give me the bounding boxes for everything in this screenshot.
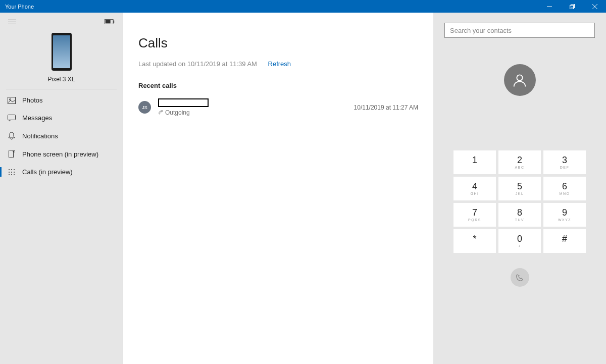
- refresh-link[interactable]: Refresh: [268, 60, 291, 68]
- call-timestamp: 10/11/2019 at 11:27 AM: [354, 104, 418, 111]
- key-3[interactable]: 3DEF: [543, 150, 586, 174]
- dialer-panel: 1 2ABC 3DEF 4GHI 5JKL 6MNO 7PQRS 8TUV 9W…: [433, 13, 606, 364]
- maximize-button[interactable]: [561, 0, 583, 13]
- svg-rect-1: [570, 5, 573, 9]
- svg-rect-6: [106, 20, 111, 24]
- person-icon: [512, 73, 527, 88]
- key-8[interactable]: 8TUV: [498, 203, 541, 227]
- svg-point-14: [14, 169, 15, 170]
- app-title: Your Phone: [5, 4, 538, 10]
- nav-label: Phone screen (in preview): [22, 150, 98, 158]
- svg-point-13: [11, 169, 12, 170]
- nav-item-phone-screen[interactable]: Phone screen (in preview): [0, 145, 123, 163]
- last-updated-row: Last updated on 10/11/2019 at 11:39 AM R…: [138, 60, 418, 68]
- key-6[interactable]: 6MNO: [543, 177, 586, 200]
- page-title: Calls: [138, 35, 418, 51]
- nav-item-photos[interactable]: Photos: [0, 91, 123, 109]
- svg-rect-2: [571, 4, 574, 8]
- phone-icon: [516, 274, 524, 282]
- nav-item-messages[interactable]: Messages: [0, 109, 123, 127]
- contact-avatar: JS: [138, 101, 151, 114]
- contact-placeholder-avatar: [504, 64, 536, 96]
- key-4[interactable]: 4GHI: [453, 177, 496, 200]
- titlebar: Your Phone: [0, 0, 606, 13]
- key-9[interactable]: 9WXYZ: [543, 203, 586, 227]
- key-7[interactable]: 7PQRS: [453, 203, 496, 227]
- notifications-icon: [7, 132, 16, 140]
- svg-point-9: [10, 98, 11, 100]
- nav-label: Photos: [22, 96, 42, 104]
- battery-icon: [105, 18, 115, 26]
- svg-point-12: [9, 169, 10, 170]
- photos-icon: [7, 97, 16, 104]
- svg-point-20: [14, 174, 15, 175]
- key-hash[interactable]: #: [543, 229, 586, 253]
- nav-label: Notifications: [22, 132, 58, 140]
- key-1[interactable]: 1: [453, 150, 496, 174]
- nav-list: Photos Messages Notifications Phone scre…: [0, 91, 123, 181]
- nav-item-notifications[interactable]: Notifications: [0, 127, 123, 145]
- divider: [6, 89, 117, 89]
- outgoing-call-icon: [158, 110, 163, 115]
- main-content: Calls Last updated on 10/11/2019 at 11:3…: [123, 13, 433, 364]
- svg-rect-10: [8, 115, 16, 120]
- svg-point-21: [517, 75, 522, 80]
- svg-point-19: [11, 174, 12, 175]
- call-info: Outgoing: [158, 98, 354, 116]
- messages-icon: [7, 115, 16, 122]
- svg-point-18: [9, 174, 10, 175]
- nav-label: Messages: [22, 114, 52, 122]
- key-star[interactable]: *: [453, 229, 496, 253]
- device-preview: Pixel 3 XL: [0, 31, 123, 89]
- svg-point-16: [11, 172, 12, 173]
- last-updated-text: Last updated on 10/11/2019 at 11:39 AM: [138, 60, 257, 68]
- recent-calls-heading: Recent calls: [138, 82, 418, 89]
- dialpad-icon: [7, 169, 16, 176]
- svg-point-17: [14, 172, 15, 173]
- dialpad: 1 2ABC 3DEF 4GHI 5JKL 6MNO 7PQRS 8TUV 9W…: [453, 150, 586, 253]
- minimize-button[interactable]: [538, 0, 561, 13]
- dial-call-button[interactable]: [511, 268, 529, 287]
- svg-point-15: [9, 172, 10, 173]
- svg-rect-7: [114, 21, 115, 23]
- phone-image: [52, 33, 72, 71]
- sidebar: Pixel 3 XL Photos Messages Notification: [0, 13, 123, 364]
- hamburger-menu-icon[interactable]: [8, 20, 16, 24]
- key-0[interactable]: 0+: [498, 229, 541, 253]
- nav-item-calls[interactable]: Calls (in preview): [0, 163, 123, 181]
- search-contacts-input[interactable]: [444, 23, 595, 38]
- window-controls: [538, 0, 606, 13]
- device-name: Pixel 3 XL: [0, 76, 123, 83]
- nav-label: Calls (in preview): [22, 168, 73, 176]
- phone-screen-icon: [7, 150, 16, 158]
- close-button[interactable]: [583, 0, 606, 13]
- key-2[interactable]: 2ABC: [498, 150, 541, 174]
- key-5[interactable]: 5JKL: [498, 177, 541, 200]
- contact-name-redacted: [158, 98, 209, 107]
- svg-rect-11: [9, 150, 14, 158]
- call-row[interactable]: JS Outgoing 10/11/2019 at 11:27 AM: [138, 98, 418, 116]
- call-type: Outgoing: [158, 109, 354, 116]
